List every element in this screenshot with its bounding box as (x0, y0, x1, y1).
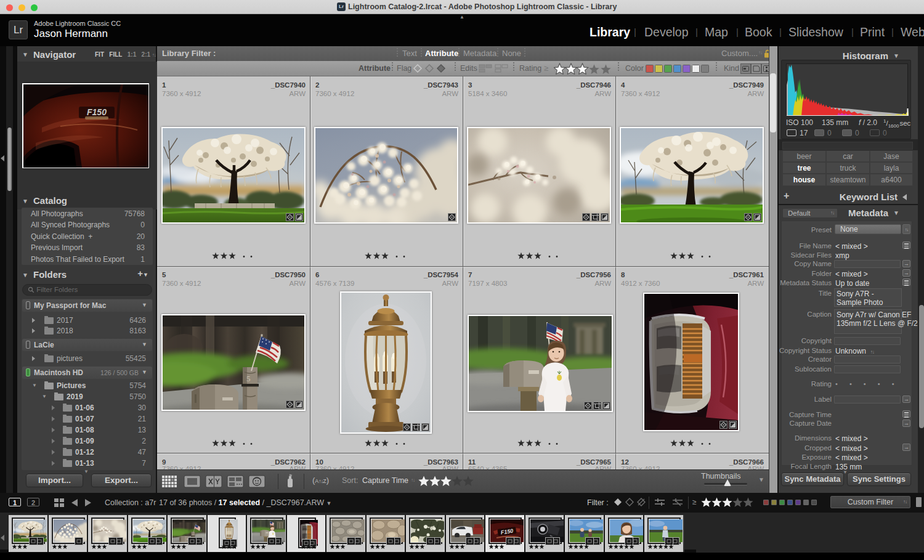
svg-text:F150: F150 (87, 107, 107, 117)
